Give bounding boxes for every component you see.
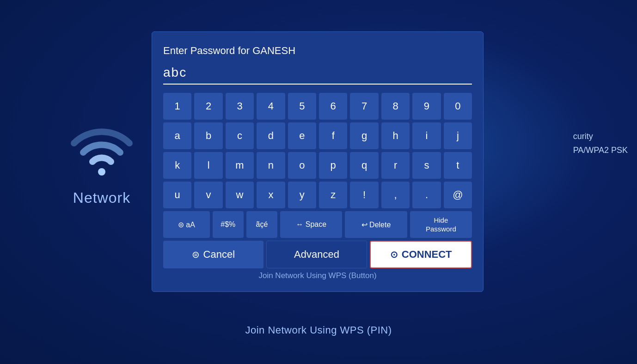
key-r[interactable]: r: [381, 152, 410, 179]
key-exclaim[interactable]: !: [350, 182, 378, 208]
key-comma[interactable]: ,: [381, 182, 410, 208]
key-t[interactable]: t: [444, 152, 472, 179]
key-row-numbers: 1 2 3 4 5 6 7 8 9 0: [163, 93, 472, 120]
key-p[interactable]: p: [319, 152, 347, 179]
key-e[interactable]: e: [288, 122, 316, 149]
key-u[interactable]: u: [163, 182, 191, 208]
key-j[interactable]: j: [444, 122, 472, 149]
connect-label: CONNECT: [402, 249, 452, 261]
security-label: curity: [573, 129, 628, 143]
key-at[interactable]: @: [444, 182, 472, 208]
key-d[interactable]: d: [257, 122, 285, 149]
key-0[interactable]: 0: [444, 93, 472, 120]
connect-button[interactable]: ⊙ CONNECT: [370, 241, 472, 268]
key-g[interactable]: g: [350, 122, 378, 149]
key-k[interactable]: k: [163, 152, 191, 179]
key-n[interactable]: n: [257, 152, 285, 179]
dialog-title: Enter Password for GANESH: [163, 45, 472, 57]
key-b[interactable]: b: [194, 122, 222, 149]
cancel-label: Cancel: [203, 249, 235, 261]
key-row-k-t: k l m n o p q r s t: [163, 152, 472, 179]
key-symbols[interactable]: #$%: [213, 211, 244, 238]
svg-point-0: [98, 168, 105, 176]
right-info-panel: curity PA/WPA2 PSK: [573, 129, 628, 157]
key-4[interactable]: 4: [257, 93, 285, 120]
key-m[interactable]: m: [226, 152, 254, 179]
key-8[interactable]: 8: [381, 93, 410, 120]
key-z[interactable]: z: [319, 182, 347, 208]
key-case-toggle[interactable]: ⊜ aA: [163, 211, 210, 238]
key-row-special: ⊜ aA #$% ãçé ↔ Space ↩ Delete HidePasswo…: [163, 211, 472, 238]
key-a[interactable]: a: [163, 122, 191, 149]
key-o[interactable]: o: [288, 152, 316, 179]
key-5[interactable]: 5: [288, 93, 316, 120]
password-input[interactable]: [163, 63, 472, 85]
security-value: PA/WPA2 PSK: [573, 143, 628, 157]
key-f[interactable]: f: [319, 122, 347, 149]
key-y[interactable]: y: [288, 182, 316, 208]
key-c[interactable]: c: [226, 122, 254, 149]
password-dialog: Enter Password for GANESH 1 2 3 4 5 6 7 …: [152, 31, 484, 292]
cancel-icon: ⊜: [192, 249, 200, 260]
key-7[interactable]: 7: [350, 93, 378, 120]
network-label: Network: [73, 189, 130, 206]
wifi-icon: [60, 120, 143, 185]
wps-button-text: Join Network Using WPS (Button): [163, 271, 472, 280]
key-period[interactable]: .: [412, 182, 441, 208]
key-2[interactable]: 2: [194, 93, 222, 120]
key-9[interactable]: 9: [412, 93, 441, 120]
key-1[interactable]: 1: [163, 93, 191, 120]
key-l[interactable]: l: [194, 152, 222, 179]
wps-pin-link[interactable]: Join Network Using WPS (PIN): [245, 324, 392, 336]
key-row-u-at: u v w x y z ! , . @: [163, 182, 472, 208]
key-accents[interactable]: ãçé: [246, 211, 277, 238]
action-row: ⊜ Cancel Advanced ⊙ CONNECT: [163, 241, 472, 268]
key-w[interactable]: w: [226, 182, 254, 208]
key-3[interactable]: 3: [226, 93, 254, 120]
key-h[interactable]: h: [381, 122, 410, 149]
key-row-a-j: a b c d e f g h i j: [163, 122, 472, 149]
key-s[interactable]: s: [412, 152, 441, 179]
wifi-section: Network: [60, 120, 143, 206]
key-q[interactable]: q: [350, 152, 378, 179]
cancel-button[interactable]: ⊜ Cancel: [163, 241, 263, 268]
connect-icon: ⊙: [390, 249, 398, 260]
advanced-button[interactable]: Advanced: [266, 241, 368, 268]
key-6[interactable]: 6: [319, 93, 347, 120]
keyboard: 1 2 3 4 5 6 7 8 9 0 a b c d e f g h i j …: [163, 93, 472, 238]
key-delete[interactable]: ↩ Delete: [345, 211, 407, 238]
advanced-label: Advanced: [294, 249, 339, 261]
key-hide-password[interactable]: HidePassword: [410, 211, 472, 238]
key-space[interactable]: ↔ Space: [280, 211, 342, 238]
key-i[interactable]: i: [412, 122, 441, 149]
key-x[interactable]: x: [257, 182, 285, 208]
key-v[interactable]: v: [194, 182, 222, 208]
